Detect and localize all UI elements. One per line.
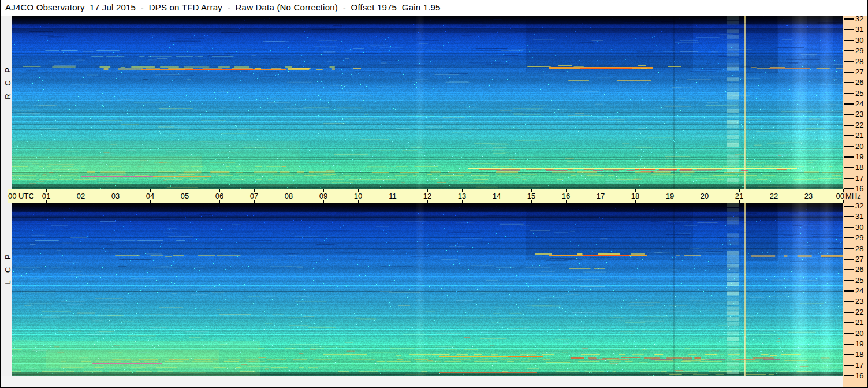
time-tick-label: 13 <box>453 191 471 201</box>
freq-tick <box>844 312 854 313</box>
freq-tick-label: 17 <box>855 361 867 370</box>
freq-tick-label: 28 <box>855 57 867 66</box>
time-tick-label: 08 <box>280 191 297 201</box>
freq-tick-label: 27 <box>855 68 867 77</box>
freq-tick-label: 22 <box>855 121 867 130</box>
freq-tick <box>844 269 854 270</box>
freq-tick <box>844 135 854 136</box>
time-tick-label: 21 <box>731 191 748 201</box>
freq-tick <box>844 216 854 217</box>
time-tick-label: 01 <box>38 191 55 201</box>
freq-tick-label: 23 <box>855 297 867 306</box>
freq-tick-label: 16 <box>855 184 867 193</box>
polarization-label-rcp: R C P <box>3 65 12 99</box>
freq-tick-label: 30 <box>855 223 867 232</box>
freq-tick-label: 23 <box>855 110 867 119</box>
freq-tick <box>844 82 854 83</box>
freq-tick <box>844 365 854 366</box>
freq-tick-label: 19 <box>855 152 867 162</box>
freq-tick <box>844 259 854 260</box>
freq-tick-label: 31 <box>855 25 867 34</box>
time-tick-label: 12 <box>419 191 436 201</box>
freq-tick <box>844 301 854 302</box>
time-tick-label: 10 <box>349 191 367 201</box>
freq-tick-label: 29 <box>855 46 867 55</box>
freq-tick <box>844 206 854 207</box>
spectrogram-lcp <box>12 203 843 376</box>
freq-tick-label: 21 <box>855 318 867 327</box>
freq-tick <box>844 18 854 20</box>
freq-tick <box>844 344 854 345</box>
freq-tick <box>844 375 854 376</box>
time-tick-label: 02 <box>72 191 90 201</box>
freq-tick <box>844 72 854 73</box>
time-tick-label: 09 <box>315 191 332 201</box>
freq-tick-label: 18 <box>855 350 867 359</box>
freq-tick-label: 32 <box>855 202 867 211</box>
freq-tick-label: 32 <box>855 14 867 24</box>
time-tick-label: 20 <box>696 191 713 201</box>
freq-tick <box>844 188 854 189</box>
freq-tick <box>844 167 854 168</box>
freq-tick-label: 22 <box>855 308 867 317</box>
time-tick-label: 03 <box>107 191 124 201</box>
freq-tick <box>844 227 854 228</box>
freq-tick-label: 24 <box>855 286 867 296</box>
freq-tick <box>844 322 854 323</box>
freq-tick <box>844 354 854 355</box>
freq-tick-label: 26 <box>855 265 867 274</box>
time-tick-label: 06 <box>211 191 228 201</box>
freq-tick <box>844 178 854 179</box>
freq-tick-label: 25 <box>855 89 867 98</box>
freq-tick-label: 24 <box>855 99 867 109</box>
freq-tick-label: 19 <box>855 339 867 349</box>
time-tick-label: 23 <box>800 191 817 201</box>
polarization-label-lcp: L C P <box>3 251 12 284</box>
freq-tick <box>844 40 854 41</box>
time-tick-label: 04 <box>141 191 159 201</box>
freq-tick-label: 26 <box>855 78 867 87</box>
freq-tick-label: 18 <box>855 163 867 172</box>
freq-tick-label: 20 <box>855 142 867 151</box>
freq-tick <box>844 146 854 147</box>
spectrogram-rcp <box>12 16 843 189</box>
freq-tick <box>844 280 854 281</box>
freq-tick <box>844 125 854 126</box>
time-tick-label: 14 <box>488 191 505 201</box>
freq-tick <box>844 114 854 115</box>
time-tick-label: 17 <box>592 191 609 201</box>
window-title: AJ4CO Observatory 17 Jul 2015 - DPS on T… <box>5 0 441 15</box>
freq-tick <box>844 290 854 292</box>
time-tick-label: 22 <box>765 191 783 201</box>
freq-tick <box>844 103 854 105</box>
time-tick-label: 16 <box>557 191 575 201</box>
title-bar: AJ4CO Observatory 17 Jul 2015 - DPS on T… <box>1 0 867 16</box>
dps-viewer-window: AJ4CO Observatory 17 Jul 2015 - DPS on T… <box>0 0 868 388</box>
freq-tick <box>844 29 854 30</box>
time-tick-label: 07 <box>245 191 263 201</box>
freq-tick-label: 21 <box>855 131 867 140</box>
time-tick-label: 00 <box>827 191 844 201</box>
freq-tick <box>844 50 854 51</box>
freq-tick <box>844 156 854 158</box>
bottom-margin <box>1 376 843 387</box>
time-tick-label: 05 <box>176 191 193 201</box>
time-tick-label: 19 <box>661 191 679 201</box>
freq-tick-label: 29 <box>855 233 867 242</box>
freq-tick-label: 27 <box>855 255 867 264</box>
time-tick-label: 15 <box>523 191 540 201</box>
freq-tick <box>844 248 854 249</box>
freq-tick-label: 16 <box>855 371 867 380</box>
freq-tick-label: 30 <box>855 36 867 45</box>
time-tick-label: 18 <box>627 191 644 201</box>
freq-tick-label: 20 <box>855 329 867 338</box>
freq-tick <box>844 93 854 94</box>
time-tick-label: 11 <box>384 191 401 201</box>
freq-tick <box>844 61 854 62</box>
freq-tick-label: 25 <box>855 276 867 285</box>
time-tick-label: 00 UTC <box>8 191 34 201</box>
freq-tick <box>844 237 854 238</box>
freq-tick-label: 17 <box>855 174 867 183</box>
freq-tick <box>844 333 854 334</box>
freq-tick-label: 28 <box>855 244 867 253</box>
